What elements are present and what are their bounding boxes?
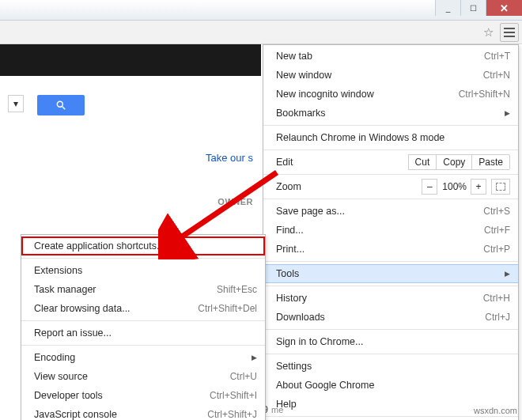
menu-item-bookmarks[interactable]: Bookmarks▶	[263, 104, 518, 123]
menu-shortcut: Ctrl+P	[483, 244, 510, 255]
zoom-value: 100%	[437, 181, 471, 192]
menu-separator	[263, 125, 518, 126]
menu-item-zoom[interactable]: Zoom–100%+	[263, 177, 518, 196]
hamburger-line-icon	[504, 32, 515, 33]
submenu-item-javascript-console[interactable]: JavaScript consoleCtrl+Shift+J	[21, 405, 265, 420]
chrome-main-menu: New tabCtrl+TNew windowCtrl+NNew incogni…	[263, 44, 519, 420]
zoom-out-button[interactable]: –	[422, 179, 437, 195]
menu-label: Edit	[276, 157, 409, 168]
menu-item-new-window[interactable]: New windowCtrl+N	[263, 66, 518, 85]
edit-cut-button[interactable]: Cut	[408, 154, 437, 170]
watermark-text: wsxdn.com	[474, 406, 517, 415]
menu-item-settings[interactable]: Settings	[263, 357, 518, 376]
menu-item-history[interactable]: HistoryCtrl+H	[263, 289, 518, 308]
page-dark-header	[0, 44, 261, 76]
menu-shortcut: Ctrl+H	[483, 293, 510, 304]
menu-item-about-google-chrome[interactable]: About Google Chrome	[263, 376, 518, 395]
menu-label: Zoom	[276, 181, 422, 192]
menu-item-save-page-as-[interactable]: Save page as...Ctrl+S	[263, 202, 518, 221]
window-maximize-button[interactable]: ☐	[460, 0, 486, 16]
search-icon	[55, 100, 66, 111]
menu-shortcut: Ctrl+T	[484, 51, 510, 62]
menu-separator	[263, 416, 518, 417]
submenu-item-create-application-shortcuts-[interactable]: Create application shortcuts...	[21, 236, 265, 255]
page-search-button[interactable]	[37, 95, 85, 115]
menu-separator	[263, 199, 518, 199]
menu-separator	[263, 286, 518, 286]
menu-label: Clear browsing data...	[34, 303, 198, 314]
menu-label: Task manager	[34, 284, 217, 295]
menu-shortcut: Ctrl+Shift+N	[459, 89, 510, 100]
menu-item-edit[interactable]: EditCutCopyPaste	[263, 153, 518, 172]
window-titlebar: _ ☐ ✕	[0, 0, 522, 21]
menu-item-new-incognito-window[interactable]: New incognito windowCtrl+Shift+N	[263, 85, 518, 104]
menu-item-find-[interactable]: Find...Ctrl+F	[263, 221, 518, 240]
menu-label: Settings	[276, 361, 510, 372]
menu-separator	[263, 354, 518, 354]
menu-item-relaunch-chrome-in-windows-8-mode[interactable]: Relaunch Chrome in Windows 8 mode	[263, 128, 518, 147]
menu-label: JavaScript console	[34, 409, 207, 420]
chevron-right-icon: ▶	[252, 354, 257, 361]
submenu-item-report-an-issue-[interactable]: Report an issue...	[21, 324, 265, 342]
menu-label: Print...	[276, 244, 483, 255]
menu-label: Find...	[276, 225, 484, 236]
menu-label: Report an issue...	[34, 327, 257, 339]
menu-label: Tools	[276, 268, 500, 279]
menu-label: Extensions	[34, 265, 257, 276]
chevron-right-icon: ▶	[505, 109, 510, 117]
menu-separator	[263, 329, 518, 330]
menu-shortcut: Ctrl+Shift+Del	[198, 303, 257, 314]
svg-line-1	[62, 107, 66, 110]
chrome-menu-button[interactable]	[500, 23, 519, 42]
menu-item-tools[interactable]: Tools▶	[263, 264, 518, 283]
menu-label: Bookmarks	[276, 108, 500, 119]
menu-label: Developer tools	[34, 390, 210, 401]
submenu-item-encoding[interactable]: Encoding▶	[21, 348, 265, 367]
menu-shortcut: Ctrl+Shift+I	[210, 390, 257, 401]
submenu-item-extensions[interactable]: Extensions	[21, 261, 265, 280]
hamburger-line-icon	[504, 36, 515, 37]
menu-shortcut: Ctrl+Shift+J	[207, 409, 257, 420]
menu-item-downloads[interactable]: DownloadsCtrl+J	[263, 308, 518, 327]
menu-label: Downloads	[276, 312, 485, 323]
menu-label: History	[276, 293, 483, 304]
menu-label: New tab	[276, 51, 484, 62]
page-link-text[interactable]: Take our s	[8, 152, 253, 164]
menu-shortcut: Ctrl+U	[230, 371, 257, 382]
tools-submenu: Create application shortcuts...Extension…	[21, 234, 266, 420]
menu-label: View source	[34, 371, 230, 382]
menu-separator	[21, 345, 265, 346]
submenu-item-developer-tools[interactable]: Developer toolsCtrl+Shift+I	[21, 386, 265, 405]
edit-paste-button[interactable]: Paste	[471, 154, 510, 170]
submenu-item-task-manager[interactable]: Task managerShift+Esc	[21, 280, 265, 299]
menu-item-new-tab[interactable]: New tabCtrl+T	[263, 47, 518, 66]
menu-label: Relaunch Chrome in Windows 8 mode	[276, 132, 510, 143]
menu-shortcut: Ctrl+S	[483, 206, 510, 217]
menu-shortcut: Ctrl+N	[483, 70, 510, 81]
menu-label: Create application shortcuts...	[34, 240, 257, 252]
submenu-item-clear-browsing-data-[interactable]: Clear browsing data...Ctrl+Shift+Del	[21, 299, 265, 318]
menu-label: Save page as...	[276, 206, 483, 217]
menu-shortcut: Ctrl+F	[484, 225, 510, 236]
page-content-area: ▾ Take our s OWNER	[0, 79, 261, 222]
menu-separator	[21, 258, 265, 259]
menu-separator	[263, 174, 518, 175]
edit-copy-button[interactable]: Copy	[436, 154, 472, 170]
menu-separator	[21, 320, 265, 321]
fullscreen-button[interactable]	[491, 179, 510, 195]
submenu-item-view-source[interactable]: View sourceCtrl+U	[21, 367, 265, 386]
svg-point-0	[58, 101, 63, 107]
window-close-button[interactable]: ✕	[486, 0, 522, 16]
zoom-in-button[interactable]: +	[471, 179, 486, 195]
page-dropdown-stub[interactable]: ▾	[8, 95, 24, 112]
menu-item-sign-in-to-chrome-[interactable]: Sign in to Chrome...	[263, 332, 518, 351]
window-minimize-button[interactable]: _	[435, 0, 460, 16]
chevron-right-icon: ▶	[505, 270, 510, 278]
menu-item-print-[interactable]: Print...Ctrl+P	[263, 240, 518, 259]
menu-label: Sign in to Chrome...	[276, 336, 510, 347]
menu-separator	[263, 261, 518, 262]
browser-toolbar: ☆	[0, 21, 522, 44]
menu-label: New incognito window	[276, 89, 459, 100]
bookmark-star-icon[interactable]: ☆	[479, 24, 497, 41]
menu-label: New window	[276, 70, 483, 81]
